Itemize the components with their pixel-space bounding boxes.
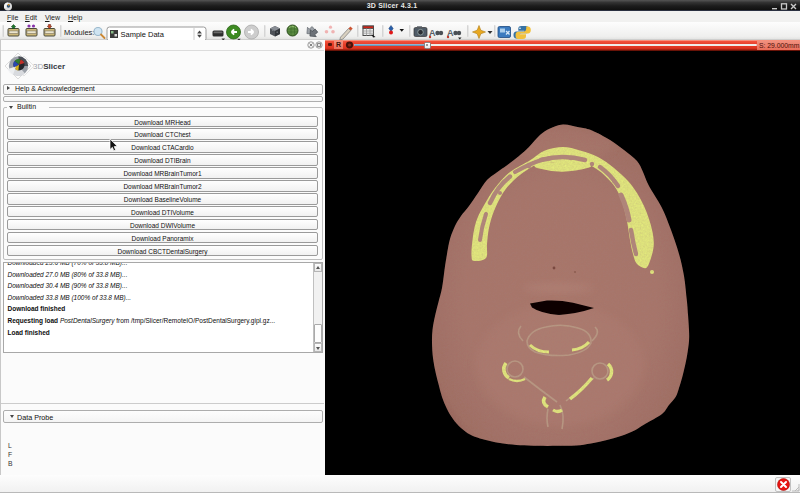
- svg-text:Modules:: Modules:: [64, 28, 94, 37]
- svg-text:Sample Data: Sample Data: [121, 30, 165, 39]
